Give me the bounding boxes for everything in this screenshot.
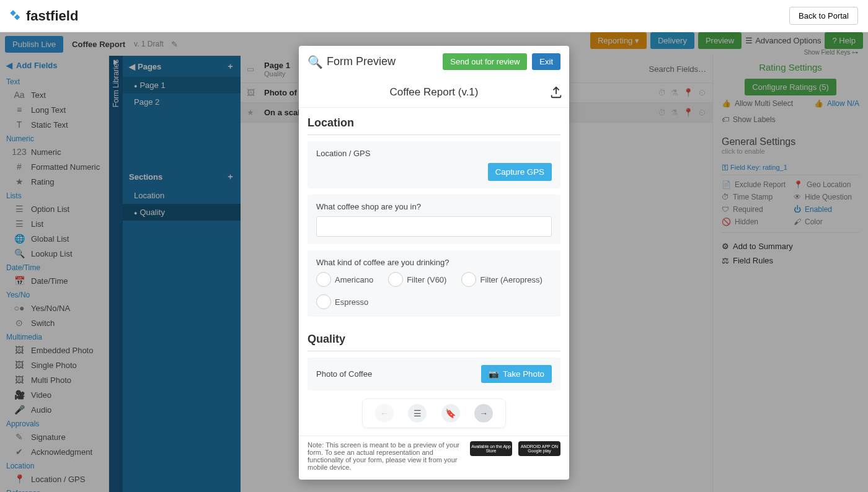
back-to-portal-button[interactable]: Back to Portal [789, 7, 858, 25]
photo-card: Photo of Coffee 📷Take Photo [308, 358, 560, 390]
radio-label: Americano [335, 275, 373, 284]
section-header-quality: Quality [308, 328, 560, 351]
capture-gps-button[interactable]: Capture GPS [488, 163, 552, 181]
camera-icon: 📷 [489, 369, 499, 379]
radio-option[interactable]: Filter (Aeropress) [461, 272, 542, 287]
nav-bookmark-button[interactable]: 🔖 [441, 404, 460, 423]
nav-next-button[interactable]: → [474, 404, 493, 423]
logo-text: fastfield [26, 8, 78, 24]
coffee-shop-input[interactable] [316, 216, 552, 237]
arrow-left-icon: ← [380, 408, 389, 418]
radio-option[interactable]: Americano [316, 272, 373, 287]
radio-label: Filter (Aeropress) [480, 275, 542, 284]
logo: fastfield [10, 8, 78, 24]
nav-prev-button[interactable]: ← [375, 404, 394, 423]
q1-card: What coffee shop are you in? [308, 195, 560, 244]
radio-circle-icon [316, 272, 331, 287]
google-play-badge[interactable]: ANDROID APP ON Google play [518, 441, 560, 456]
arrow-right-icon: → [479, 408, 488, 418]
q2-label: What kind of coffee are you drinking? [316, 258, 552, 267]
radio-circle-icon [461, 272, 476, 287]
logo-icon [10, 10, 22, 22]
gps-card: Location / GPS Capture GPS [308, 141, 560, 188]
footer-note: Note: This screen is meant to be a previ… [308, 441, 464, 471]
section-header-location: Location [308, 112, 560, 135]
modal-overlay: 🔍 Form Preview Send out for review Exit … [0, 32, 868, 492]
radio-option[interactable]: Filter (V60) [388, 272, 446, 287]
preview-form-title: Coffee Report (v.1) [390, 86, 479, 99]
menu-icon: ☰ [414, 408, 422, 418]
radio-option[interactable]: Espresso [316, 294, 368, 309]
app-store-badge[interactable]: Available on the App Store [470, 441, 512, 456]
svg-rect-1 [14, 14, 20, 19]
q2-card: What kind of coffee are you drinking? Am… [308, 250, 560, 317]
form-preview-modal: 🔍 Form Preview Send out for review Exit … [299, 46, 569, 480]
radio-label: Filter (V60) [407, 275, 446, 284]
modal-title: Form Preview [327, 55, 396, 68]
take-photo-button[interactable]: 📷Take Photo [481, 365, 552, 383]
nav-menu-button[interactable]: ☰ [408, 404, 427, 423]
preview-nav: ← ☰ 🔖 → [362, 398, 506, 428]
q1-label: What coffee shop are you in? [316, 202, 552, 211]
photo-label: Photo of Coffee [316, 369, 372, 379]
send-for-review-button[interactable]: Send out for review [443, 53, 527, 70]
radio-circle-icon [316, 294, 331, 309]
upload-icon[interactable] [549, 86, 563, 99]
search-icon: 🔍 [308, 55, 323, 69]
exit-button[interactable]: Exit [532, 53, 560, 70]
radio-label: Espresso [335, 297, 368, 307]
gps-label: Location / GPS [316, 149, 552, 158]
app-header: fastfield Back to Portal [0, 0, 868, 32]
bookmark-icon: 🔖 [445, 408, 456, 418]
svg-rect-0 [10, 10, 16, 15]
radio-circle-icon [388, 272, 403, 287]
